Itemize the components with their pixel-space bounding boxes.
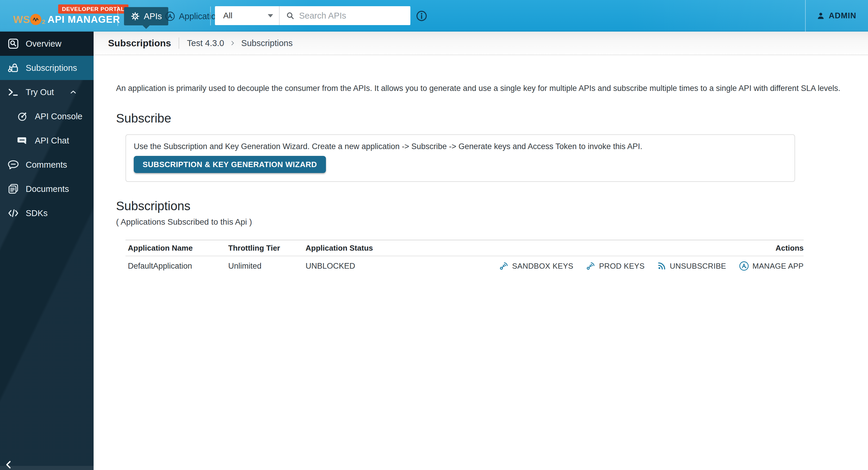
- applications-icon: [165, 11, 175, 22]
- page-header: Subscriptions Test 4.3.0 Subscriptions: [94, 32, 868, 55]
- sidebar-item-label: API Console: [35, 112, 82, 121]
- overview-icon: [7, 37, 20, 50]
- logo-product-text: API MANAGER: [48, 14, 120, 25]
- sidebar-item-api-console[interactable]: API Console: [0, 104, 94, 128]
- sidebar-item-label: SDKs: [26, 209, 48, 218]
- person-icon: [816, 11, 826, 21]
- main-content: Subscriptions Test 4.3.0 Subscriptions A…: [94, 32, 868, 470]
- chevron-up-icon[interactable]: [69, 88, 78, 97]
- chat-icon: [17, 135, 28, 147]
- subscriptions-table: Application Name Throttling Tier Applica…: [125, 240, 804, 276]
- sidebar-item-label: Try Out: [26, 87, 54, 97]
- sidebar-item-label: Subscriptions: [26, 63, 77, 73]
- key-signal-icon: [586, 261, 596, 271]
- row-actions: SANDBOX KEYS PROD KEYS: [471, 261, 804, 271]
- sidebar-item-overview[interactable]: Overview: [0, 32, 94, 56]
- page-title: Subscriptions: [108, 38, 171, 49]
- gear-icon: [130, 11, 140, 21]
- top-bar: DEVELOPER PORTAL WS 2 API MANAGER APIs A…: [0, 0, 868, 32]
- sidebar-footer-strip: [0, 466, 94, 470]
- search-box: [280, 6, 410, 25]
- search-input[interactable]: [299, 11, 410, 21]
- manage-app-button[interactable]: MANAGE APP: [739, 261, 804, 271]
- column-header-throttling-tier: Throttling Tier: [228, 244, 306, 253]
- subscribe-heading: Subscribe: [116, 111, 868, 125]
- table-header-row: Application Name Throttling Tier Applica…: [125, 240, 804, 256]
- sidebar-item-sdks[interactable]: SDKs: [0, 201, 94, 225]
- subscription-wizard-button[interactable]: SUBSCRIPTION & KEY GENERATION WIZARD: [134, 156, 326, 173]
- sidebar-item-label: Comments: [26, 160, 67, 170]
- nav-divider: [210, 6, 211, 25]
- subscriptions-heading: Subscriptions: [116, 199, 868, 213]
- cell-throttling-tier: Unlimited: [228, 261, 306, 271]
- sidebar-item-try-out[interactable]: Try Out: [0, 80, 94, 104]
- logo-subscript: 2: [42, 18, 45, 25]
- title-divider: [179, 37, 179, 49]
- sidebar-item-label: API Chat: [35, 136, 69, 146]
- wso2-orb-icon: [30, 14, 41, 25]
- sidebar-item-documents[interactable]: Documents: [0, 177, 94, 201]
- column-header-actions: Actions: [471, 244, 804, 253]
- logo-divider: [118, 6, 118, 26]
- api-console-icon: [17, 111, 28, 122]
- info-icon[interactable]: [416, 10, 428, 22]
- admin-divider: [805, 0, 806, 32]
- user-menu[interactable]: ADMIN: [816, 0, 857, 32]
- logo-ws-text: WS: [13, 13, 30, 25]
- search-scope-select[interactable]: All: [215, 6, 279, 25]
- column-header-application-name: Application Name: [125, 244, 228, 253]
- chevron-right-icon: [229, 40, 236, 46]
- subscription-wizard-panel: Use the Subscription and Key Generation …: [125, 134, 795, 182]
- nav-apis-label: APIs: [144, 11, 162, 21]
- subscriptions-icon: [7, 61, 20, 74]
- key-signal-icon: [499, 261, 509, 271]
- chevron-down-icon: [268, 14, 273, 18]
- application-circle-icon: [739, 261, 749, 271]
- api-description: An application is primarily used to deco…: [116, 84, 868, 93]
- action-label: MANAGE APP: [752, 261, 804, 271]
- cell-application-name: DefaultApplication: [125, 261, 228, 271]
- nav-tab-apis[interactable]: APIs: [124, 7, 168, 25]
- rss-icon: [657, 261, 666, 271]
- sidebar-item-subscriptions[interactable]: Subscriptions: [0, 56, 94, 80]
- api-search-control: All: [215, 6, 410, 25]
- sidebar-item-api-chat[interactable]: API Chat: [0, 128, 94, 153]
- left-sidebar: Overview Subscriptions Try Out: [0, 32, 94, 470]
- sidebar-item-comments[interactable]: Comments: [0, 153, 94, 177]
- subscriptions-caption: ( Applications Subscribed to this Api ): [116, 217, 868, 227]
- wso2-api-manager-logo[interactable]: WS 2 API MANAGER: [13, 13, 120, 25]
- column-header-application-status: Application Status: [306, 244, 471, 253]
- unsubscribe-button[interactable]: UNSUBSCRIBE: [657, 261, 726, 271]
- action-label: SANDBOX KEYS: [512, 261, 574, 271]
- cell-application-status: UNBLOCKED: [306, 261, 471, 271]
- search-icon: [285, 11, 295, 20]
- action-label: UNSUBSCRIBE: [670, 261, 726, 271]
- sidebar-item-label: Documents: [26, 184, 69, 194]
- sandbox-keys-button[interactable]: SANDBOX KEYS: [499, 261, 574, 271]
- action-label: PROD KEYS: [599, 261, 645, 271]
- breadcrumb-api[interactable]: Test 4.3.0: [187, 38, 224, 48]
- wizard-hint-text: Use the Subscription and Key Generation …: [134, 142, 787, 151]
- table-row: DefaultApplication Unlimited UNBLOCKED: [125, 256, 804, 276]
- search-scope-value: All: [223, 11, 268, 20]
- breadcrumb-current: Subscriptions: [241, 38, 292, 48]
- comment-icon: [7, 158, 20, 171]
- code-icon: [7, 207, 20, 220]
- terminal-icon: [7, 86, 20, 99]
- user-name: ADMIN: [829, 11, 857, 20]
- sidebar-item-label: Overview: [26, 39, 61, 49]
- prod-keys-button[interactable]: PROD KEYS: [586, 261, 645, 271]
- documents-icon: [7, 183, 20, 195]
